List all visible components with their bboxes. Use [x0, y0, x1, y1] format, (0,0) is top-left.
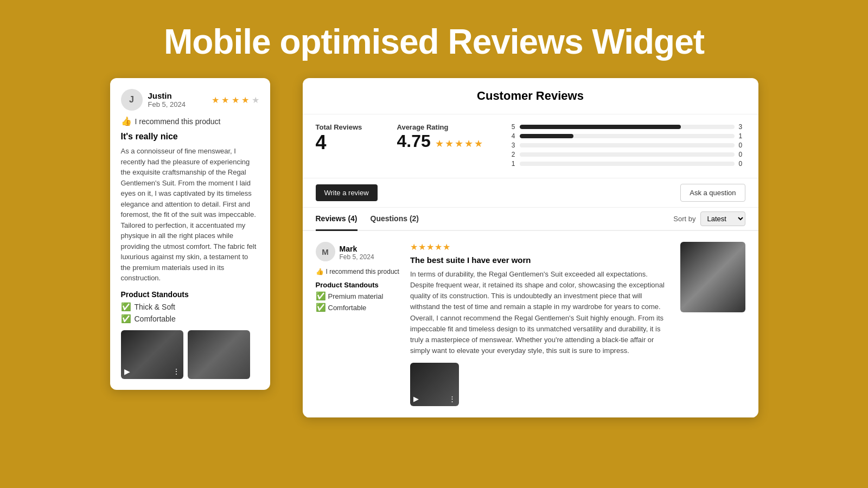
- total-reviews-block: Total Reviews 4: [316, 123, 381, 154]
- standout-label-1: Premium material: [328, 292, 384, 300]
- recommend-text: I recommend this product: [326, 268, 399, 275]
- recommend-text: I recommend this product: [135, 117, 221, 126]
- avg-rating-block: Average Rating 4.75 ★ ★ ★ ★ ★: [397, 123, 495, 151]
- total-reviews-label: Total Reviews: [316, 123, 381, 131]
- standout-item-1: ✅ Premium material: [316, 291, 399, 301]
- tab-reviews[interactable]: Reviews (4): [316, 208, 358, 231]
- stats-section: Total Reviews 4 Average Rating 4.75 ★ ★ …: [303, 114, 758, 178]
- review-video-thumb[interactable]: ▶ ⋮: [410, 363, 459, 406]
- standout-item-2: ✅ Comfortable: [316, 303, 399, 312]
- bar-row-5: 5 3: [511, 123, 745, 131]
- thumbs-up-icon: 👍: [316, 268, 324, 275]
- review-body: As a connoisseur of fine menswear, I rec…: [121, 146, 259, 284]
- tab-questions[interactable]: Questions (2): [371, 208, 419, 231]
- total-reviews-number: 4: [316, 131, 381, 154]
- bar-row-4: 4 1: [511, 132, 745, 140]
- avg-rating-label: Average Rating: [397, 123, 495, 131]
- reviewer-portrait: [680, 242, 745, 312]
- standouts-title: Product Standouts: [316, 281, 399, 289]
- reviewer-info: Mark Feb 5, 2024: [340, 245, 374, 261]
- widget-header: Customer Reviews: [303, 78, 758, 114]
- recommend-row: 👍 I recommend this product: [121, 116, 259, 126]
- reviewer-date: Feb 5, 2024: [340, 253, 374, 261]
- standout-item-2: ✅ Comfortable: [121, 314, 259, 324]
- sort-row: Sort by Latest Oldest Highest Lowest: [673, 211, 745, 226]
- bar-row-3: 3 0: [511, 142, 745, 149]
- write-review-button[interactable]: Write a review: [316, 184, 378, 201]
- tabs-left: Reviews (4) Questions (2): [316, 208, 419, 230]
- video-thumb-1[interactable]: ▶ ⋮: [121, 330, 183, 379]
- more-icon: ⋮: [173, 367, 180, 376]
- media-row: ▶ ⋮: [121, 330, 259, 379]
- play-icon: ▶: [124, 367, 130, 376]
- reviewer-avatar: M: [316, 242, 335, 261]
- sort-select[interactable]: Latest Oldest Highest Lowest: [700, 211, 745, 226]
- rating-stars: ★ ★ ★ ★ ★: [212, 95, 259, 105]
- review-recommend: 👍 I recommend this product: [316, 268, 399, 275]
- reviewer-date: Feb 5, 2024: [148, 100, 186, 108]
- ask-question-button[interactable]: Ask a question: [680, 184, 745, 202]
- review-card: M Mark Feb 5, 2024 👍 I recommend this pr…: [303, 231, 758, 418]
- rating-bars: 5 3 4 1 3 0 2 0: [511, 123, 745, 169]
- sort-label: Sort by: [673, 215, 695, 223]
- thumbs-up-icon: 👍: [121, 116, 132, 126]
- bar-row-2: 2 0: [511, 151, 745, 158]
- tabs-row: Reviews (4) Questions (2) Sort by Latest…: [303, 208, 758, 231]
- review-title: It's really nice: [121, 132, 259, 142]
- check-icon: ✅: [316, 291, 326, 301]
- page-title: Mobile optimised Reviews Widget: [0, 0, 868, 78]
- play-icon: ▶: [413, 395, 419, 403]
- standouts-title: Product Standouts: [121, 290, 259, 299]
- check-icon: ✅: [316, 303, 326, 312]
- avg-rating-number: 4.75: [397, 131, 431, 151]
- avatar: J: [121, 89, 143, 111]
- desktop-widget: Customer Reviews Total Reviews 4 Average…: [303, 78, 758, 418]
- review-stars: ★ ★ ★ ★ ★: [410, 242, 669, 252]
- reviewer-header: M Mark Feb 5, 2024: [316, 242, 399, 264]
- video-thumb-2[interactable]: [188, 330, 250, 379]
- avg-stars: ★ ★ ★ ★ ★: [435, 138, 483, 150]
- bar-row-1: 1 0: [511, 160, 745, 168]
- reviewer-name: Mark: [340, 245, 374, 253]
- standout-label-1: Thick & Soft: [135, 303, 175, 311]
- mobile-widget: J Justin Feb 5, 2024 ★ ★ ★ ★ ★ 👍 I recom…: [110, 78, 270, 390]
- more-icon: ⋮: [449, 395, 456, 403]
- standout-label-2: Comfortable: [328, 304, 367, 312]
- review-title: The best suite I have ever worn: [410, 255, 669, 265]
- reviewer-header: J Justin Feb 5, 2024 ★ ★ ★ ★ ★: [121, 89, 259, 111]
- check-icon: ✅: [121, 302, 131, 312]
- standout-item-1: ✅ Thick & Soft: [121, 302, 259, 312]
- actions-row: Write a review Ask a question: [303, 178, 758, 208]
- widgets-container: J Justin Feb 5, 2024 ★ ★ ★ ★ ★ 👍 I recom…: [0, 78, 868, 418]
- check-icon: ✅: [121, 314, 131, 324]
- standout-label-2: Comfortable: [135, 314, 176, 323]
- reviewer-name: Justin: [148, 91, 186, 100]
- review-body: In terms of durability, the Regal Gentle…: [410, 269, 669, 356]
- review-left: M Mark Feb 5, 2024 👍 I recommend this pr…: [316, 242, 399, 406]
- review-right: ★ ★ ★ ★ ★ The best suite I have ever wor…: [410, 242, 669, 406]
- review-media: ▶ ⋮: [410, 363, 669, 406]
